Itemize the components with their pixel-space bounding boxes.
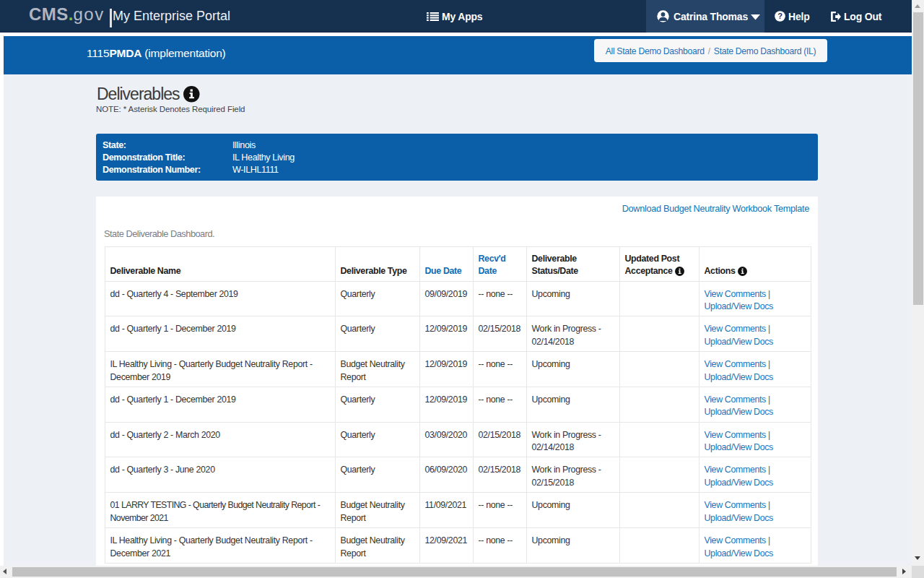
svg-text:?: ? <box>777 12 783 20</box>
